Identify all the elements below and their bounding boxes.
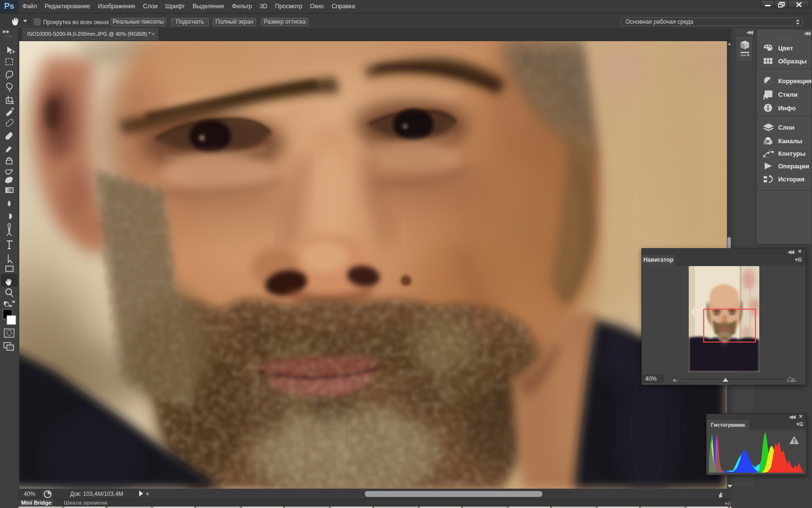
svg-text:fx: fx: [763, 93, 768, 100]
svg-text:▶▶: ▶▶: [3, 29, 10, 34]
